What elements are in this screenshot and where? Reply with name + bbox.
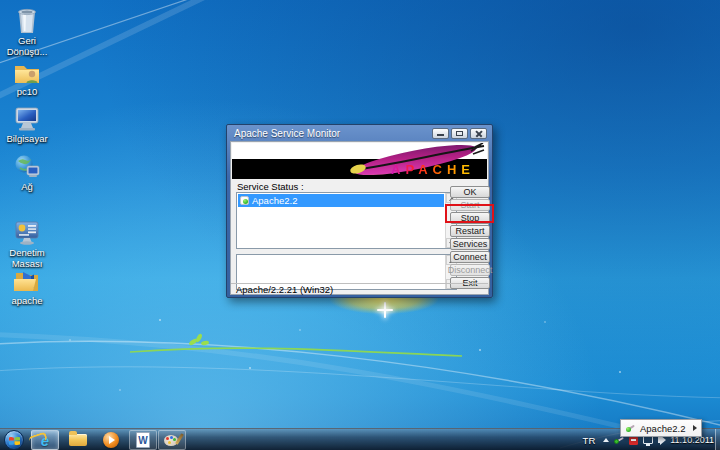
tray-menu-label: Apache2.2 xyxy=(640,423,693,434)
window-status-bar: Apache/2.2.21 (Win32) xyxy=(231,283,488,294)
minimize-icon xyxy=(437,134,444,136)
user-folder-icon xyxy=(1,57,53,85)
apache-service-monitor-window: Apache Service Monitor xyxy=(226,124,493,298)
desktop-icon-apache-folder[interactable]: apache xyxy=(1,266,53,307)
desktop-icon-computer[interactable]: Bilgisayar xyxy=(1,104,53,145)
desktop-icon-label: Geri Dönüşü... xyxy=(1,36,53,58)
volume-tray-icon[interactable] xyxy=(658,437,662,443)
computer-icon xyxy=(1,104,53,132)
paint-icon xyxy=(164,433,181,447)
folder-icon xyxy=(69,434,87,446)
service-running-icon xyxy=(240,196,249,205)
language-indicator[interactable]: TR xyxy=(580,433,599,448)
apache-tray-menu-item[interactable]: Apache2.2 xyxy=(620,419,702,437)
maximize-icon xyxy=(456,131,463,136)
taskbar-internet-explorer[interactable]: e xyxy=(31,430,59,450)
taskbar-paint[interactable] xyxy=(158,430,186,450)
service-list-item-apache22[interactable]: Apache2.2 xyxy=(238,194,444,207)
submenu-arrow-icon xyxy=(693,425,697,431)
desktop-icon-recycle-bin[interactable]: Geri Dönüşü... xyxy=(1,6,53,58)
wallpaper-sparkle xyxy=(377,302,393,318)
network-icon xyxy=(1,152,53,180)
minimize-button[interactable] xyxy=(432,128,449,139)
service-status-label: Service Status : xyxy=(237,181,304,192)
show-hidden-icons-button[interactable] xyxy=(603,438,609,442)
wallpaper-leaf-sprig xyxy=(188,333,209,346)
apache-logo-banner: APACHE xyxy=(232,143,487,179)
desktop-icon-control-panel[interactable]: Denetim Masası xyxy=(1,218,53,270)
media-player-icon xyxy=(103,432,119,448)
windows-logo-icon xyxy=(9,436,20,446)
desktop-icon-label: pc10 xyxy=(1,87,53,98)
desktop-icon-label: Ağ xyxy=(1,182,53,193)
show-desktop-button[interactable] xyxy=(715,429,720,450)
stop-button[interactable]: Stop xyxy=(450,212,490,224)
word-icon: W xyxy=(136,432,150,448)
taskbar-media-player[interactable] xyxy=(97,430,125,450)
desktop-icon-label: apache xyxy=(1,296,53,307)
apache-feather-icon xyxy=(625,423,635,433)
start-button[interactable]: Start xyxy=(450,199,490,211)
start-button[interactable] xyxy=(4,430,24,450)
network-tray-icon[interactable] xyxy=(643,436,653,444)
folder-icon xyxy=(1,266,53,294)
taskbar-explorer[interactable] xyxy=(64,430,92,450)
connect-button[interactable]: Connect xyxy=(450,251,490,263)
restart-button[interactable]: Restart xyxy=(450,225,490,237)
service-status-list[interactable]: Apache2.2 xyxy=(236,192,457,249)
taskbar-word[interactable]: W xyxy=(129,430,157,450)
desktop-icon-network[interactable]: Ağ xyxy=(1,152,53,193)
services-button[interactable]: Services xyxy=(450,238,490,250)
maximize-button[interactable] xyxy=(451,128,468,139)
recycle-bin-icon xyxy=(1,6,53,34)
control-panel-icon xyxy=(1,218,53,246)
apache-logo-text: APACHE xyxy=(391,162,475,177)
taskbar: e W TR 11.10.2011 xyxy=(0,428,720,450)
ok-button[interactable]: OK xyxy=(450,186,490,198)
window-titlebar[interactable]: Apache Service Monitor xyxy=(230,125,489,141)
window-title: Apache Service Monitor xyxy=(234,128,430,139)
desktop-icon-label: Bilgisayar xyxy=(1,134,53,145)
close-button[interactable] xyxy=(470,128,487,139)
disconnect-button[interactable]: Disconnect xyxy=(450,264,490,276)
desktop-icon-pc10[interactable]: pc10 xyxy=(1,57,53,98)
service-name: Apache2.2 xyxy=(252,195,297,206)
